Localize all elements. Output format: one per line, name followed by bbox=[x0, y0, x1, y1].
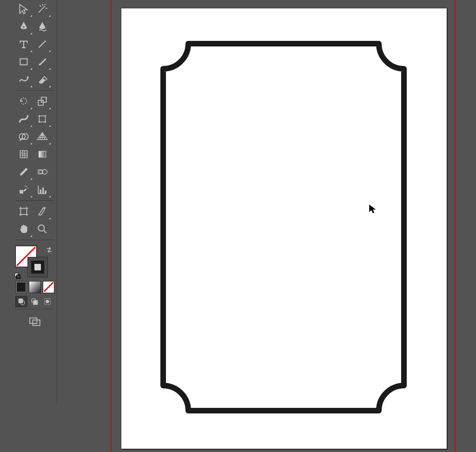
svg-rect-4 bbox=[40, 116, 46, 122]
app-root bbox=[0, 0, 476, 452]
blend-tool[interactable] bbox=[33, 163, 52, 181]
svg-point-7 bbox=[39, 121, 40, 123]
svg-point-14 bbox=[43, 170, 47, 174]
svg-rect-20 bbox=[40, 190, 41, 194]
svg-rect-16 bbox=[20, 190, 23, 194]
line-segment-tool[interactable] bbox=[33, 35, 52, 53]
svg-rect-23 bbox=[21, 209, 27, 215]
scale-tool[interactable] bbox=[33, 92, 52, 110]
artboard[interactable] bbox=[121, 8, 447, 449]
mesh-tool[interactable] bbox=[14, 145, 33, 163]
shaper-tool[interactable] bbox=[14, 71, 33, 88]
svg-point-6 bbox=[45, 115, 46, 117]
curvature-tool[interactable] bbox=[33, 18, 52, 35]
eraser-tool[interactable] bbox=[33, 71, 52, 88]
svg-point-5 bbox=[39, 115, 40, 117]
default-fill-stroke-icon[interactable] bbox=[14, 273, 21, 279]
svg-line-28 bbox=[44, 282, 53, 292]
paint-mode-row bbox=[14, 279, 55, 293]
hand-tool[interactable] bbox=[14, 220, 33, 238]
svg-rect-0 bbox=[20, 59, 27, 65]
color-mode-button[interactable] bbox=[15, 281, 27, 293]
svg-rect-21 bbox=[42, 188, 44, 194]
none-mode-button[interactable] bbox=[43, 281, 54, 293]
draw-normal-button[interactable] bbox=[15, 296, 27, 307]
svg-rect-2 bbox=[38, 100, 43, 105]
gradient-tool[interactable] bbox=[33, 145, 52, 163]
gradient-mode-button[interactable] bbox=[29, 281, 40, 293]
bleed-guide-left bbox=[111, 0, 112, 452]
slice-tool[interactable] bbox=[33, 203, 52, 220]
svg-point-34 bbox=[46, 300, 49, 303]
svg-point-17 bbox=[26, 186, 27, 187]
svg-rect-35 bbox=[30, 318, 37, 323]
toolbox-separator bbox=[15, 309, 54, 309]
shape-builder-tool[interactable] bbox=[14, 128, 33, 145]
rotate-tool[interactable] bbox=[14, 92, 33, 110]
direct-selection-tool[interactable] bbox=[14, 0, 33, 18]
eyedropper-tool[interactable] bbox=[14, 163, 33, 181]
column-graph-tool[interactable] bbox=[33, 181, 52, 198]
screen-mode-button[interactable] bbox=[26, 315, 43, 328]
svg-rect-36 bbox=[33, 320, 40, 326]
toolbox-separator bbox=[15, 200, 54, 201]
artboard-tool[interactable] bbox=[14, 203, 33, 220]
fill-stroke-indicator bbox=[14, 245, 55, 279]
svg-point-1 bbox=[27, 77, 29, 79]
width-tool[interactable] bbox=[14, 110, 33, 128]
free-transform-tool[interactable] bbox=[33, 110, 52, 128]
draw-behind-button[interactable] bbox=[28, 296, 40, 307]
stroke-swatch[interactable] bbox=[27, 257, 48, 277]
svg-point-8 bbox=[45, 121, 46, 123]
toolbox-separator bbox=[15, 90, 54, 91]
toolbox bbox=[14, 0, 55, 328]
svg-rect-32 bbox=[33, 300, 38, 305]
svg-rect-12 bbox=[39, 151, 46, 157]
draw-mode-row bbox=[14, 293, 55, 307]
zoom-tool[interactable] bbox=[33, 220, 52, 238]
pen-tool[interactable] bbox=[14, 18, 33, 35]
toolbox-separator bbox=[15, 240, 54, 240]
artwork-frame-shape[interactable] bbox=[160, 41, 407, 413]
type-tool[interactable] bbox=[14, 35, 33, 53]
svg-point-24 bbox=[38, 225, 44, 231]
toolbox-panel bbox=[3, 0, 57, 404]
svg-rect-22 bbox=[45, 190, 46, 194]
rectangle-tool[interactable] bbox=[14, 53, 33, 71]
swap-fill-stroke-icon[interactable] bbox=[45, 246, 53, 254]
bleed-guide-right bbox=[455, 0, 456, 452]
svg-rect-3 bbox=[41, 97, 46, 102]
svg-rect-11 bbox=[20, 151, 27, 157]
svg-point-18 bbox=[27, 188, 28, 189]
cursor-icon bbox=[368, 203, 378, 214]
paintbrush-tool[interactable] bbox=[33, 53, 52, 71]
symbol-sprayer-tool[interactable] bbox=[14, 181, 33, 198]
svg-point-19 bbox=[25, 185, 26, 186]
magic-wand-tool[interactable] bbox=[33, 0, 52, 18]
draw-inside-button[interactable] bbox=[41, 296, 53, 307]
workspace[interactable] bbox=[61, 0, 476, 452]
perspective-grid-tool[interactable] bbox=[33, 128, 52, 145]
